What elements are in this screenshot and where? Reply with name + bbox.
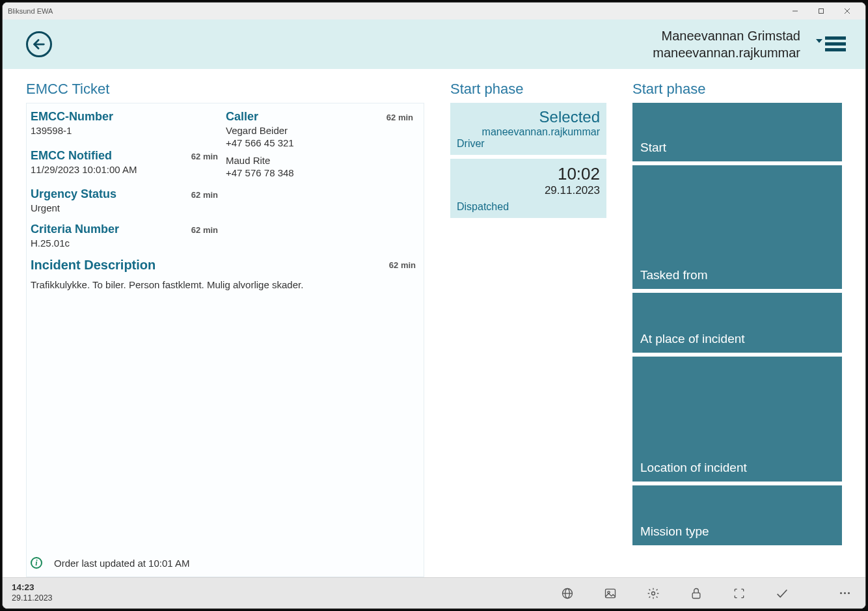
order-updated-row: i Order last updated at 10:01 AM [27,557,424,570]
back-button[interactable] [26,31,52,57]
user-display-name: Maneevannan Grimstad [653,27,800,44]
image-icon[interactable] [603,586,617,601]
clock: 14:23 29.11.2023 [12,582,53,604]
header-bar: Maneevannan Grimstad maneevannan.rajkumm… [3,20,865,69]
bottom-icons [560,586,850,601]
dispatched-card[interactable]: 10:02 29.11.2023 Dispatched [450,159,606,218]
scan-icon[interactable] [732,586,746,601]
tile-start[interactable]: Start [632,103,842,161]
urgency-cell: Urgency Status 62 min Urgent [31,187,226,213]
phase-right-title: Start phase [632,81,842,98]
lock-icon[interactable] [689,586,703,601]
emcc-number-value: 139598-1 [31,125,219,136]
selected-card[interactable]: Selected maneevannan.rajkummar Driver [450,103,606,155]
criteria-value: H.25.01c [31,238,219,249]
content-area: EMCC Ticket EMCC-Number 139598-1 Caller … [3,69,865,577]
gear-icon[interactable] [646,586,660,601]
svg-rect-7 [825,42,846,46]
caller2-name: Maud Rite [226,155,414,166]
dispatched-date: 29.11.2023 [457,184,600,197]
dispatched-label: Dispatched [457,201,600,213]
emcc-number-label: EMCC-Number [31,110,219,124]
incident-description-block: Incident Description 62 min Trafikkulykk… [27,258,424,290]
emcc-ticket-title: EMCC Ticket [26,81,424,98]
incident-description-text: Trafikkulykke. To biler. Person fastklem… [31,279,420,290]
dispatched-time: 10:02 [457,164,600,184]
urgency-age: 62 min [191,190,218,200]
incident-description-age: 62 min [389,260,416,270]
criteria-cell: Criteria Number 62 min H.25.01c [31,223,226,249]
tile-at-place[interactable]: At place of incident [632,293,842,353]
clock-time: 14:23 [12,582,53,593]
caller2-phone: +47 576 78 348 [226,167,414,178]
minimize-button[interactable] [782,3,808,19]
window-controls [782,3,860,19]
user-login: maneevannan.rajkummar [653,44,800,61]
titlebar: Bliksund EWA [3,3,865,20]
info-icon: i [31,557,42,569]
svg-point-14 [652,591,655,595]
notified-age: 62 min [191,152,218,161]
emcc-ticket-card: EMCC-Number 139598-1 Caller 62 min Vegar… [26,103,424,577]
caller-age: 62 min [387,113,413,122]
selected-label: Selected [457,108,600,126]
svg-marker-5 [816,39,822,43]
caller1-name: Vegard Beider [226,125,414,136]
bottom-bar: 14:23 29.11.2023 [3,577,865,608]
svg-rect-15 [692,593,700,598]
emcc-number-cell: EMCC-Number 139598-1 [31,110,226,140]
urgency-value: Urgent [31,202,219,213]
criteria-age: 62 min [191,225,218,235]
selected-user: maneevannan.rajkummar [457,126,600,138]
emcc-ticket-column: EMCC Ticket EMCC-Number 139598-1 Caller … [26,81,424,577]
phase-left-title: Start phase [450,81,606,98]
svg-rect-1 [819,9,824,14]
caller-cell: Caller 62 min Vegard Beider +47 566 45 3… [226,110,421,178]
tile-tasked-from[interactable]: Tasked from [632,165,842,289]
close-button[interactable] [834,3,860,19]
svg-rect-6 [825,36,846,40]
window-title: Bliksund EWA [8,7,782,15]
globe-icon[interactable] [560,586,575,601]
phase-left-column: Start phase Selected maneevannan.rajkumm… [450,81,606,577]
app-window: Bliksund EWA Maneevannan Grimstad maneev… [2,2,866,609]
check-icon[interactable] [775,586,789,601]
phase-right-column: Start phase Start Tasked from At place o… [632,81,842,577]
svg-rect-12 [606,589,616,597]
notified-cell: EMCC Notified 62 min 11/29/2023 10:01:00… [31,149,226,179]
maximize-button[interactable] [808,3,834,19]
tile-location[interactable]: Location of incident [632,357,842,482]
selected-role: Driver [457,138,600,150]
ticket-grid: EMCC-Number 139598-1 Caller 62 min Vegar… [27,110,424,258]
tile-mission-type[interactable]: Mission type [632,485,842,545]
clock-date: 29.11.2023 [12,593,53,604]
svg-rect-8 [825,48,846,51]
incident-description-label: Incident Description [31,258,420,273]
notified-value: 11/29/2023 10:01:00 AM [31,164,219,175]
caller1-phone: +47 566 45 321 [226,137,414,148]
more-icon[interactable] [840,592,850,594]
menu-button[interactable] [816,34,846,55]
user-block: Maneevannan Grimstad maneevannan.rajkumm… [653,27,800,61]
order-updated-text: Order last updated at 10:01 AM [54,558,189,569]
tiles-container: Start Tasked from At place of incident L… [632,103,842,545]
